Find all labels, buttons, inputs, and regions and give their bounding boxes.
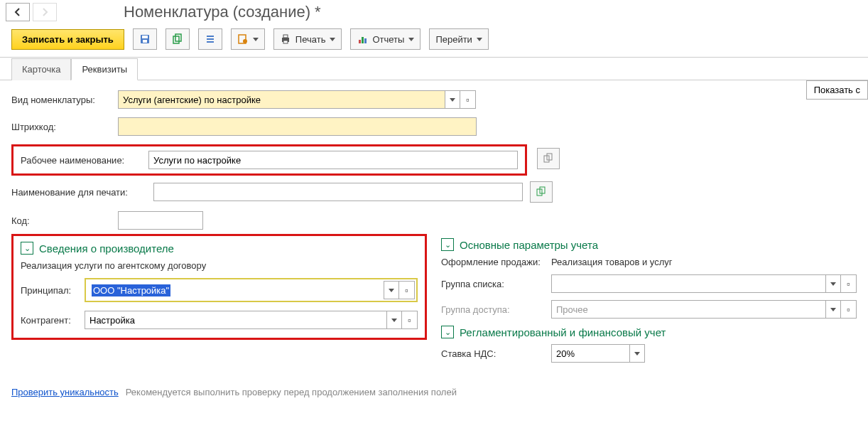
goto-dropdown[interactable]: Перейти [429,28,489,50]
accounting-section-header[interactable]: ⌄ Основные параметры учета [441,238,857,251]
group-open-button[interactable]: ▫ [841,274,857,293]
code-input[interactable] [118,211,203,230]
chevron-down-icon [477,38,482,41]
vat-dropdown-button[interactable] [629,344,645,363]
workname-action-button[interactable] [537,148,560,169]
principal-dropdown-button[interactable] [384,281,399,299]
access-input [551,300,825,319]
principal-open-button[interactable]: ▫ [399,281,415,299]
chevron-down-icon [253,38,259,41]
reports-dropdown[interactable]: Отчеты [350,28,421,50]
check-uniqueness-link[interactable]: Проверить уникальность [11,387,119,397]
type-input[interactable] [118,90,445,109]
chevron-down-icon [408,38,414,41]
chevron-down-icon [330,38,335,41]
principal-label: Принципал: [21,285,85,296]
counterparty-input[interactable] [85,311,386,329]
type-open-button[interactable]: ▫ [460,90,476,109]
regulated-title: Регламентированный и финансовый учет [460,326,666,338]
list-button[interactable] [198,28,222,50]
svg-rect-4 [175,34,181,41]
counterparty-open-button[interactable]: ▫ [402,311,418,329]
code-label: Код: [11,215,118,226]
collapse-icon: ⌄ [21,242,33,255]
write-close-button[interactable]: Записать и закрыть [11,29,124,50]
tab-card[interactable]: Карточка [11,58,71,80]
vat-label: Ставка НДС: [441,348,551,359]
access-dropdown-button [825,300,841,319]
goto-label: Перейти [435,34,472,45]
print-dropdown[interactable]: Печать [273,28,342,50]
barcode-input[interactable] [118,117,477,136]
principal-input[interactable]: ООО "Настройка" [87,281,384,299]
copy-button[interactable] [166,28,190,50]
structure-dropdown[interactable] [231,28,265,50]
manufacturer-section-header[interactable]: ⌄ Сведения о производителе [21,242,418,255]
svg-point-9 [243,39,247,43]
counterparty-label: Контрагент: [21,315,85,326]
nav-back-button[interactable] [6,3,30,21]
vat-input[interactable] [551,344,629,363]
barcode-label: Штрихкод: [11,122,118,132]
tab-details[interactable]: Реквизиты [71,58,138,80]
svg-rect-11 [283,35,288,38]
regulated-section-header[interactable]: ⌄ Регламентированный и финансовый учет [441,326,857,338]
printname-input[interactable] [153,183,523,201]
print-label: Печать [295,34,326,45]
access-open-button: ▫ [841,300,857,319]
workname-label: Рабочее наименование: [21,155,148,166]
sale-label: Оформление продажи: [441,257,551,267]
accounting-title: Основные параметры учета [460,239,598,251]
svg-rect-1 [142,36,148,38]
svg-rect-3 [173,36,179,43]
save-button[interactable] [133,28,157,50]
workname-input[interactable] [148,151,518,169]
svg-rect-2 [143,40,147,43]
group-dropdown-button[interactable] [825,274,841,293]
svg-rect-14 [362,37,364,43]
access-label: Группа доступа: [441,304,551,315]
nav-forward-button [33,3,57,21]
collapse-icon: ⌄ [441,326,454,338]
svg-rect-13 [359,40,361,43]
check-hint: Рекомендуется выполнить проверку перед п… [126,387,457,397]
group-input[interactable] [551,274,825,293]
printname-label: Наименование для печати: [11,187,153,198]
principal-value: ООО "Настройка" [92,284,170,296]
svg-rect-15 [364,38,367,43]
reports-label: Отчеты [372,34,404,45]
type-dropdown-button[interactable] [445,90,460,109]
show-all-button[interactable]: Показать с [806,80,868,100]
svg-rect-12 [283,41,288,43]
group-label: Группа списка: [441,279,551,289]
page-title: Номенклатура (создание) * [124,3,321,21]
sale-value: Реализация товаров и услуг [551,257,673,267]
manufacturer-title: Сведения о производителе [39,242,174,255]
collapse-icon: ⌄ [441,238,454,251]
type-label: Вид номенклатуры: [11,95,118,105]
printname-action-button[interactable] [530,181,553,203]
manufacturer-subtitle: Реализация услуги по агентскому договору [21,260,418,271]
counterparty-dropdown-button[interactable] [386,311,402,329]
